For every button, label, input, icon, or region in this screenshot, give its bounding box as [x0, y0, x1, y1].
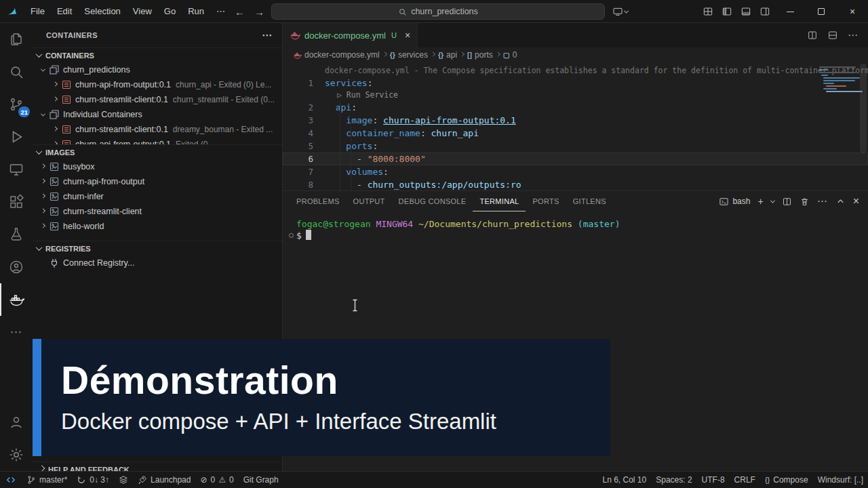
tree-item-churn-streamlit-client[interactable]: churn-streamlit-client [33, 204, 282, 219]
split-editor-icon[interactable] [807, 30, 818, 41]
tree-item-busybox[interactable]: busybox [33, 159, 282, 174]
code-editor[interactable]: docker-compose.yml - The Compose specifi… [283, 62, 868, 190]
run-debug-icon[interactable] [0, 121, 33, 153]
chevron-right-icon[interactable] [50, 83, 60, 87]
tree-item-churn-api-from-output[interactable]: churn-api-from-output [33, 174, 282, 189]
tree-item-churn-streamlit-client-0-1[interactable]: churn-streamlit-client:0.1churn_streamli… [33, 92, 282, 107]
panel-tab-output[interactable]: OUTPUT [347, 191, 392, 211]
chevron-down-icon[interactable] [38, 113, 47, 117]
chevron-right-icon[interactable] [38, 165, 47, 169]
breadcrumb-item-ports[interactable]: []ports [467, 50, 494, 60]
maximize-panel-icon[interactable] [835, 197, 846, 207]
breadcrumb-item-api[interactable]: {}api [437, 50, 458, 60]
line-number[interactable]: 8 [283, 178, 325, 190]
status-launchpad[interactable]: Launchpad [133, 472, 195, 488]
image-reference-link[interactable]: churn-api-from-output:0.1 [383, 115, 516, 125]
panel-tab-terminal[interactable]: TERMINAL [473, 191, 526, 211]
status-sync[interactable]: 0↓ 3↑ [72, 472, 114, 488]
status-branch[interactable]: master* [22, 472, 72, 488]
panel-tab-problems[interactable]: PROBLEMS [290, 191, 347, 211]
editor-more-actions-icon[interactable]: ⋯ [848, 29, 859, 41]
line-number[interactable]: 1 [283, 77, 325, 89]
customize-layout-icon[interactable] [703, 6, 713, 17]
screen-share-icon[interactable] [612, 6, 623, 17]
extensions-icon[interactable] [0, 186, 33, 218]
terminal-area[interactable]: fogac@strogean MINGW64 ~/Documents/churn… [283, 211, 868, 241]
code-line-1[interactable]: 1services: [283, 77, 868, 89]
tree-item-churn-predictions[interactable]: churn_predictions [33, 62, 282, 77]
chevron-right-icon[interactable] [38, 180, 47, 184]
code-line-5[interactable]: 5 ports: [283, 140, 868, 152]
editor-scrollbar[interactable] [860, 64, 867, 153]
status-eol[interactable]: CRLF [730, 472, 760, 488]
menu-run[interactable]: Run [182, 4, 210, 19]
breadcrumb-item-0[interactable]: ▢0 [502, 50, 518, 60]
tab-close-icon[interactable]: × [405, 30, 410, 41]
line-number[interactable]: 7 [283, 165, 325, 178]
status-git-graph[interactable]: Git Graph [239, 472, 283, 488]
chevron-right-icon[interactable] [38, 225, 47, 228]
status-remote[interactable] [0, 472, 22, 488]
menu-file[interactable]: File [24, 4, 51, 19]
section-header-images[interactable]: IMAGES [33, 144, 282, 159]
testing-icon[interactable] [0, 218, 33, 251]
menu-view[interactable]: View [127, 4, 158, 19]
menu-selection[interactable]: Selection [78, 4, 126, 19]
terminal-dropdown-icon[interactable] [770, 198, 775, 203]
tab-docker-compose[interactable]: docker-compose.yml U × [283, 23, 418, 47]
status-encoding[interactable]: UTF-8 [697, 472, 730, 488]
section-header-registries[interactable]: REGISTRIES [33, 241, 282, 256]
split-terminal-icon[interactable] [782, 197, 792, 207]
sidebar-more-actions-icon[interactable]: ⋯ [262, 29, 273, 41]
more-views-icon[interactable]: ⋯ [0, 316, 33, 348]
kill-terminal-icon[interactable] [800, 197, 810, 207]
line-number[interactable]: 6 [283, 152, 325, 165]
status-windsurf-status[interactable]: Windsurf: [..] [813, 472, 868, 488]
status-cursor-position[interactable]: Ln 6, Col 10 [597, 472, 651, 488]
command-center-search[interactable]: churn_predictions [271, 3, 605, 20]
docker-icon[interactable] [0, 283, 33, 316]
code-line-8[interactable]: 8 - churn_outputs:/app/outputs:ro [283, 178, 868, 190]
code-line-2[interactable]: 2 api: [283, 101, 868, 114]
line-number[interactable]: 3 [283, 114, 325, 127]
nav-back-icon[interactable]: ← [235, 6, 245, 18]
chevron-down-icon[interactable] [38, 68, 47, 72]
code-line-6[interactable]: 6 - "8000:8000" [283, 152, 868, 165]
new-terminal-icon[interactable]: + [757, 196, 763, 207]
chevron-right-icon[interactable] [50, 98, 60, 102]
code-line-3[interactable]: 3 image: churn-api-from-output:0.1 [283, 114, 868, 127]
menu-edit[interactable]: Edit [51, 4, 78, 19]
tree-item-churn-api-from-output-0-1[interactable]: churn-api-from-output:0.1churn_api - Exi… [33, 77, 282, 92]
tree-item-connect-registry[interactable]: Connect Registry... [33, 256, 282, 270]
toggle-secondary-sidebar-icon[interactable] [760, 6, 770, 17]
code-line-4[interactable]: 4 container_name: churn_api [283, 127, 868, 140]
minimap[interactable] [819, 66, 856, 94]
line-number[interactable]: 5 [283, 140, 325, 152]
screen-share-chevron-icon[interactable] [624, 8, 629, 13]
account-icon[interactable] [0, 406, 33, 439]
panel-tab-debug-console[interactable]: DEBUG CONSOLE [392, 191, 473, 211]
search-icon[interactable] [0, 56, 33, 88]
tree-item-churn-streamlit-client-0-1[interactable]: churn-streamlit-client:0.1dreamy_bouman … [33, 122, 282, 137]
menu-overflow[interactable]: ⋯ [210, 4, 231, 19]
menu-go[interactable]: Go [158, 4, 182, 19]
toggle-panel-icon[interactable] [741, 6, 751, 17]
editor-layout-icon[interactable] [827, 30, 838, 41]
close-panel-icon[interactable]: × [853, 195, 859, 207]
panel-more-actions-icon[interactable]: ⋯ [817, 195, 828, 207]
code-line-7[interactable]: 7 volumes: [283, 165, 868, 178]
chevron-right-icon[interactable] [38, 195, 47, 199]
explorer-icon[interactable] [0, 23, 33, 56]
panel-tab-gitlens[interactable]: GITLENS [566, 191, 613, 211]
minimize-button[interactable] [774, 0, 806, 23]
status-language-mode[interactable]: {}Compose [760, 472, 813, 488]
toggle-sidebar-icon[interactable] [722, 6, 732, 17]
chevron-right-icon[interactable] [38, 210, 47, 214]
codelens-run-service[interactable]: ▷ Run Service [283, 89, 868, 101]
close-button[interactable]: × [837, 0, 868, 23]
status-layers[interactable] [114, 472, 133, 488]
panel-tab-ports[interactable]: PORTS [526, 191, 566, 211]
tree-item-churn-infer[interactable]: churn-infer [33, 189, 282, 204]
line-number[interactable]: 2 [283, 101, 325, 114]
line-number[interactable]: 4 [283, 127, 325, 140]
